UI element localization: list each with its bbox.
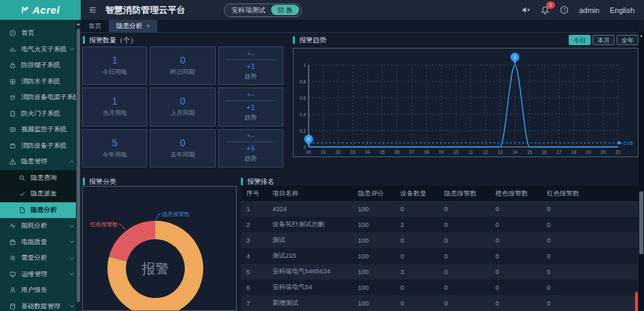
table-row: 6安科瑞电气541000000 <box>241 280 639 295</box>
card-label: 去年同期 <box>170 150 195 159</box>
table-scrollbar-thumb[interactable] <box>635 292 638 311</box>
column-header: 项目名称 <box>267 189 352 198</box>
user-menu[interactable]: admin <box>579 6 600 14</box>
chevron-down-icon <box>69 47 75 51</box>
page-scrollbar[interactable]: ▲ <box>639 32 644 311</box>
header-right: 2 ? admin English <box>521 5 634 14</box>
help-icon[interactable]: ? <box>560 5 569 14</box>
trend-range-今日[interactable]: 今日 <box>569 35 591 45</box>
table-cell: 4 <box>241 252 267 260</box>
table-cell: 2 <box>241 221 267 228</box>
tab-bar: 首页隐患分析× <box>81 20 639 33</box>
table-row: 5安科瑞电气54656341003000 <box>241 264 639 280</box>
svg-text:18: 18 <box>571 150 577 154</box>
svg-text:0.2: 0.2 <box>300 129 306 133</box>
switch-tenant-button[interactable]: 切 换 <box>271 5 299 15</box>
table-cell: 0 <box>490 221 541 228</box>
svg-text:0: 0 <box>307 137 310 141</box>
sidebar-item-电能质量[interactable]: 电能质量 <box>0 234 81 251</box>
sidebar-item-隐患分析[interactable]: 隐患分析 <box>0 202 81 219</box>
sidebar-scroll-up-icon[interactable]: ▲ <box>76 22 81 26</box>
trend-range-本月[interactable]: 本月 <box>593 35 615 45</box>
tab-隐患分析[interactable]: 隐患分析× <box>109 20 157 32</box>
table-cell: 3 <box>241 236 267 244</box>
trend-value: +5 <box>246 144 255 152</box>
sidebar-item-运维管理[interactable]: 运维管理 <box>0 267 81 283</box>
card-value: 0 <box>180 96 185 107</box>
trend-ratio: +-- <box>247 133 255 139</box>
table-cell: 2 <box>395 221 439 228</box>
svg-text:1: 1 <box>513 55 516 59</box>
column-header: 橙色报警数 <box>490 189 541 198</box>
svg-text:10: 10 <box>454 150 459 154</box>
notification-bell-icon[interactable]: 2 <box>541 5 550 14</box>
sidebar-item-需量分析[interactable]: 需量分析 <box>0 250 81 267</box>
svg-text:19: 19 <box>586 150 591 154</box>
column-header: 序号 <box>241 189 267 198</box>
column-header: 红色报警数 <box>541 189 639 198</box>
top-header: Acrel 智慧消防管理云平台 安科瑞测试 切 换 2 ? admin Engl… <box>0 0 644 20</box>
max-marker: 1 <box>511 53 519 65</box>
table-cell: 100 <box>352 205 395 213</box>
sidebar-item-消防设备子系统[interactable]: 消防设备子系统 <box>0 138 81 154</box>
table-cell: 0 <box>439 299 490 307</box>
sidebar-item-基础数据管理[interactable]: 基础数据管理 <box>0 299 81 311</box>
sidebar-item-消防水子系统[interactable]: 消防水子系统 <box>0 74 81 90</box>
trend-divider <box>226 59 276 60</box>
notification-count-badge: 2 <box>546 1 555 9</box>
table-cell: 0 <box>439 252 490 260</box>
tab-close-icon[interactable]: × <box>146 23 150 29</box>
svg-text:00: 00 <box>306 150 311 154</box>
sidebar-item-视频监控子系统[interactable]: 视频监控子系统 <box>0 122 81 138</box>
sidebar-item-用户报告[interactable]: 用户报告 <box>0 282 81 299</box>
trend-value: +1 <box>246 103 255 111</box>
sidebar-item-能耗分析[interactable]: 能耗分析 <box>0 218 81 234</box>
chevron-down-icon <box>69 240 75 244</box>
sidebar-scrollbar-thumb[interactable] <box>77 29 80 302</box>
svg-text:0.6: 0.6 <box>300 96 306 100</box>
sidebar-item-电气火灾子系统[interactable]: 电气火灾子系统 <box>0 42 81 58</box>
svg-text:21: 21 <box>615 150 621 154</box>
energy-icon <box>9 222 16 230</box>
trend-range-全年[interactable]: 全年 <box>617 35 639 45</box>
sidebar-collapse-icon[interactable] <box>88 5 97 14</box>
sidebar-item-label: 消防设备电源子系统 <box>21 93 80 102</box>
sidebar-item-隐患派发[interactable]: 隐患派发 <box>0 186 81 202</box>
table-cell: 100 <box>352 268 395 275</box>
trend-ratio: +-- <box>247 92 255 98</box>
table-cell: 4324 <box>267 205 352 213</box>
sidebar-item-label: 防火门子系统 <box>21 109 60 118</box>
mute-speaker-icon[interactable] <box>521 5 530 14</box>
sidebar-item-隐患查询[interactable]: 隐患查询 <box>0 170 81 187</box>
sidebar-menu: 首页电气火灾子系统防排烟子系统消防水子系统消防设备电源子系统防火门子系统视频监控… <box>0 20 81 311</box>
tab-首页[interactable]: 首页 <box>81 20 109 32</box>
sidebar-item-首页[interactable]: 首页 <box>0 25 81 42</box>
table-cell: 0 <box>490 205 541 213</box>
column-header: 隐患评分 <box>352 189 395 198</box>
svg-text:01: 01 <box>321 150 326 154</box>
card-value: 1 <box>112 96 118 107</box>
table-scrollbar[interactable]: ▼ <box>635 201 638 311</box>
sidebar-item-防排烟子系统[interactable]: 防排烟子系统 <box>0 57 81 74</box>
alarm-classification-title: 报警分类 <box>83 178 116 185</box>
sidebar-item-消防设备电源子系统[interactable]: 消防设备电源子系统 <box>0 90 81 106</box>
table-cell: 安科瑞电气5465634 <box>267 267 352 276</box>
svg-text:13: 13 <box>498 150 503 154</box>
page-scroll-up-icon[interactable]: ▲ <box>639 33 644 38</box>
trend-card: +-- +1 趋势 <box>218 46 283 85</box>
tab-label: 首页 <box>88 22 101 31</box>
page-scrollbar-thumb[interactable] <box>639 191 643 254</box>
sidebar-item-隐患管理[interactable]: 隐患管理 <box>0 154 81 170</box>
check-icon <box>18 190 26 198</box>
stat-card: 0 昨日同期 <box>150 46 215 85</box>
sidebar-item-label: 基础数据管理 <box>21 302 60 311</box>
pie-label-red-alarm: 红色报警数 <box>90 221 118 228</box>
search-icon <box>18 174 26 182</box>
sidebar-scrollbar[interactable]: ▲ <box>76 20 81 311</box>
sidebar-item-防火门子系统[interactable]: 防火门子系统 <box>0 106 81 122</box>
table-cell: 测试215 <box>267 252 352 260</box>
language-switcher[interactable]: English <box>610 6 634 14</box>
table-cell: 0 <box>439 284 490 291</box>
sidebar-item-label: 隐患管理 <box>21 157 47 166</box>
svg-text:12: 12 <box>483 150 489 154</box>
